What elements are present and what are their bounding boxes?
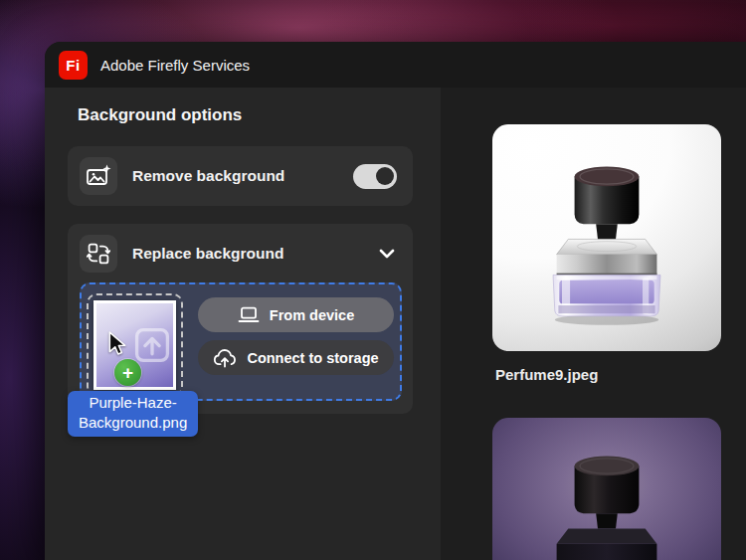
chevron-down-icon[interactable] [379, 249, 395, 259]
connect-to-storage-label: Connect to storage [247, 350, 378, 366]
perfume-bottle-image [517, 144, 696, 333]
firefly-logo-icon: Fi [59, 51, 88, 80]
remove-background-card: Remove background [68, 146, 413, 206]
pointer-cursor-icon [107, 331, 129, 357]
dragged-file-ghost[interactable]: + [87, 293, 183, 397]
toggle-knob [376, 167, 394, 185]
dragged-file-name-label: Purple-Haze- Background.png [68, 391, 198, 437]
file-name-line-1: Purple-Haze- [79, 393, 187, 413]
perfume-bottle-dark-image [517, 434, 696, 560]
purple-haze-thumbnail-image: + [96, 303, 173, 387]
app-window: Fi Adobe Firefly Services Background opt… [45, 42, 746, 560]
file-name-line-2: Background.png [79, 413, 187, 433]
replace-background-card: Replace background [68, 224, 413, 414]
app-title: Adobe Firefly Services [100, 57, 250, 74]
replace-background-label: Replace background [132, 245, 283, 263]
page-title: Background options [68, 105, 413, 125]
title-bar: Fi Adobe Firefly Services [45, 42, 746, 88]
remove-background-toggle[interactable] [353, 164, 397, 189]
image-sparkle-icon [80, 157, 117, 195]
swap-squares-icon [80, 235, 117, 273]
connect-to-storage-button[interactable]: Connect to storage [198, 340, 394, 375]
plus-circle-badge-icon: + [114, 359, 141, 386]
preview-filename: Perfume9.jpeg [495, 365, 746, 385]
upload-buttons: From device Connect to storage [198, 297, 394, 375]
cloud-upload-icon [213, 348, 237, 368]
dragged-thumbnail: + [93, 300, 176, 390]
upload-arrow-watermark-icon [130, 323, 174, 367]
main-content: Background options Remove background [45, 88, 746, 560]
from-device-label: From device [270, 307, 354, 323]
background-dropzone[interactable]: + From device [80, 282, 402, 401]
replace-background-header[interactable]: Replace background [80, 233, 402, 275]
laptop-icon [238, 306, 260, 323]
from-device-button[interactable]: From device [198, 297, 394, 332]
preview-card-perfume-purple[interactable] [492, 418, 721, 560]
preview-panel: Perfume9.jpeg [441, 88, 746, 560]
remove-background-label: Remove background [132, 167, 284, 185]
background-options-panel: Background options Remove background [45, 88, 441, 560]
preview-card-perfume[interactable] [492, 124, 721, 351]
